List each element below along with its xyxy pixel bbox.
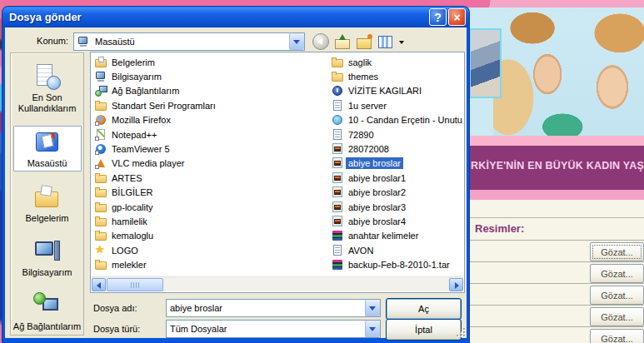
file-icon [332,201,345,213]
file-row[interactable]: Standart Seri Programları [95,98,327,112]
chevron-down-icon[interactable] [365,300,380,316]
file-row[interactable]: 72890 [332,127,462,142]
file-row[interactable]: 28072008 [332,142,462,156]
file-row[interactable]: anahtar kelimeler [332,229,462,243]
open-button[interactable]: Aç [386,298,462,320]
file-row[interactable]: abiye broslar1 [332,171,462,185]
banner-inset-photo [469,28,502,98]
file-upload-input[interactable] [469,243,586,258]
file-name-combobox[interactable]: abiye broslar [166,299,381,317]
close-button[interactable]: × [448,8,466,26]
file-row[interactable]: Mozilla Firefox [95,113,327,127]
place-label: En Son Kullandıklarım [13,92,82,114]
file-icon [332,57,345,68]
browse-button[interactable]: Gözat... [590,307,644,326]
sidebar-place-item[interactable]: Ağ Bağlantılarım [13,290,82,334]
file-row[interactable]: saglik [332,55,462,69]
view-menu-caret-icon[interactable] [398,32,406,51]
resize-grip[interactable] [455,326,465,336]
file-row[interactable]: backup-Feb-8-2010-1.tar [332,257,462,271]
scroll-left-icon[interactable] [92,278,106,291]
file-row[interactable]: 10 - Candan Erçetin - Unutur [332,113,462,127]
file-row[interactable]: abiye broslar3 [332,200,462,214]
site-headline-text: RKİYE'NİN EN BÜYÜK KADIN YAŞAM PO [471,160,644,172]
file-upload-input[interactable] [469,286,586,301]
file-name: Belgelerim [109,57,157,68]
file-icon [332,157,345,169]
file-icon [332,172,345,184]
file-row[interactable]: AVON [332,243,462,257]
back-icon[interactable] [312,32,330,51]
file-name: Ağ Bağlantılarım [109,85,182,97]
file-name: Standart Seri Programları [109,100,218,112]
file-list-column-right: saglik themes VİZİTE KAGILARI 1u server … [332,55,462,272]
cancel-button[interactable]: İptal [386,319,462,341]
file-icon [95,143,108,155]
file-row[interactable]: Belgelerim [95,55,327,69]
file-row[interactable]: kemaloglu [95,229,327,243]
sidebar-place-item[interactable]: Belgelerim [13,181,82,226]
location-combobox[interactable]: Masaüstü [73,32,305,51]
file-name: gp-locality [109,201,156,213]
location-label: Konum: [12,36,68,46]
file-row[interactable]: abiye broslar4 [332,214,462,228]
dialog-titlebar[interactable]: Dosya gönder ? × [2,7,469,27]
file-type-combobox[interactable]: Tüm Dosyalar [166,320,381,338]
browse-button[interactable]: Gözat... [590,242,644,261]
place-label: Bilgisayarım [22,267,72,278]
help-button[interactable]: ? [429,8,447,26]
file-name: backup-Feb-8-2010-1.tar [346,259,452,271]
file-row[interactable]: VLC media player [95,157,327,171]
chevron-down-icon[interactable] [365,321,380,337]
file-row[interactable]: VİZİTE KAGILARI [332,84,462,98]
file-icon [95,259,108,271]
file-type-label: Dosya türü: [93,324,140,334]
file-name: melekler [109,259,149,271]
browse-button[interactable]: Gözat... [590,286,644,305]
scrollbar-thumb[interactable] [107,278,163,291]
file-icon [95,201,108,213]
file-icon [332,245,345,256]
sidebar-place-item[interactable]: Masaüstü [13,126,82,172]
file-row[interactable]: TeamViewer 5 [95,142,327,156]
file-name: 72890 [346,129,377,141]
file-row[interactable]: ARTES [95,171,327,185]
file-row[interactable]: abiye broslar2 [332,186,462,200]
horizontal-scrollbar[interactable] [92,276,463,291]
file-upload-input[interactable] [469,330,586,343]
file-icon [332,216,345,227]
file-row[interactable]: gp-locality [95,200,327,214]
file-row[interactable]: themes [332,69,462,83]
file-name: BİLGİLER [109,186,156,198]
place-icon [33,292,62,319]
file-icon [95,216,108,227]
browse-button[interactable]: Gözat... [590,264,644,283]
file-row[interactable]: abiye broslar [332,157,462,171]
file-row[interactable]: Notepad++ [95,127,327,142]
scroll-right-icon[interactable] [449,278,463,291]
up-folder-icon[interactable] [333,32,352,51]
file-upload-input[interactable] [469,265,586,280]
file-icon [95,100,108,112]
file-row[interactable]: hamilelik [95,214,327,228]
sidebar-place-item[interactable]: Bilgisayarım [13,236,82,280]
file-icon [332,71,345,82]
file-row[interactable]: BİLGİLER [95,186,327,200]
file-icon [332,143,345,155]
place-label: Belgelerim [26,213,69,224]
new-folder-icon[interactable] [355,32,373,51]
file-row[interactable]: 1u server [332,98,462,112]
file-row[interactable]: melekler [95,257,327,271]
file-row[interactable]: Ağ Bağlantılarım [95,84,327,98]
chevron-down-icon[interactable] [289,33,304,50]
file-icon [332,100,345,112]
file-name: ARTES [109,172,144,184]
sidebar-place-item[interactable]: En Son Kullandıklarım [13,61,82,116]
file-upload-input[interactable] [469,308,586,323]
file-row[interactable]: Bilgisayarım [95,69,327,83]
file-icon [332,186,345,198]
file-row[interactable]: LOGO [95,243,327,257]
file-name: abiye broslar1 [346,172,408,184]
view-menu-icon[interactable] [377,32,395,51]
browse-button[interactable]: Gözat... [590,329,644,343]
